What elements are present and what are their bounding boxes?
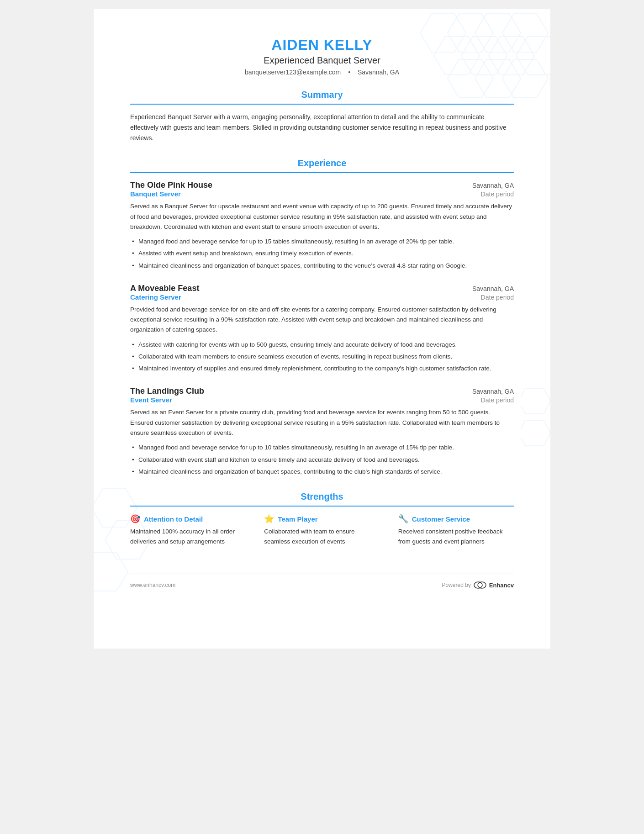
company-name-1: The Olde Pink House [130, 180, 212, 190]
svg-marker-15 [521, 420, 550, 446]
bullet-1-3: Maintained cleanliness and organization … [130, 261, 514, 271]
contact-separator: • [348, 69, 350, 76]
job-header-row-1: The Olde Pink House Savannah, GA [130, 180, 514, 190]
strengths-grid: 🎯 Attention to Detail Maintained 100% ac… [130, 514, 514, 546]
brand-name: Enhancv [489, 582, 514, 589]
strength-header-2: ⭐ Team Player [264, 514, 380, 524]
strength-desc-1: Maintained 100% accuracy in all order de… [130, 527, 246, 546]
summary-title: Summary [130, 90, 514, 100]
strengths-section: Strengths 🎯 Attention to Detail Maintain… [130, 491, 514, 546]
svg-point-17 [478, 582, 486, 588]
bullet-3-3: Maintained cleanliness and organization … [130, 467, 514, 477]
summary-divider [130, 104, 514, 105]
bullet-2-1: Assisted with catering for events with u… [130, 340, 514, 350]
attention-detail-icon: 🎯 [130, 514, 140, 524]
company-name-2: A Moveable Feast [130, 284, 199, 293]
job-bullets-3: Managed food and beverage service for up… [130, 443, 514, 477]
bullet-2-3: Maintained inventory of supplies and ens… [130, 364, 514, 374]
job-location-1: Savannah, GA [472, 182, 514, 189]
job-date-2: Date period [481, 294, 514, 301]
job-sub-row-1: Banquet Server Date period [130, 190, 514, 198]
candidate-name: AIDEN KELLY [130, 37, 514, 53]
summary-section: Summary Experienced Banquet Server with … [130, 90, 514, 143]
job-entry-3: The Landings Club Savannah, GA Event Ser… [130, 386, 514, 477]
resume-page: AIDEN KELLY Experienced Banquet Server b… [94, 9, 550, 649]
svg-marker-13 [94, 553, 128, 591]
candidate-title: Experienced Banquet Server [130, 55, 514, 66]
job-header-row-2: A Moveable Feast Savannah, GA [130, 284, 514, 293]
job-bullets-1: Managed food and beverage service for up… [130, 237, 514, 271]
job-desc-2: Provided food and beverage service for o… [130, 305, 514, 335]
job-desc-3: Served as an Event Server for a private … [130, 407, 514, 438]
job-role-3: Event Server [130, 396, 172, 404]
resume-footer: www.enhancv.com Powered by Enhancv [130, 574, 514, 589]
job-location-2: Savannah, GA [472, 285, 514, 292]
job-location-3: Savannah, GA [472, 388, 514, 395]
summary-text: Experienced Banquet Server with a warm, … [130, 112, 514, 143]
candidate-contact: banquetserver123@example.com • Savannah,… [130, 69, 514, 76]
resume-content: AIDEN KELLY Experienced Banquet Server b… [130, 37, 514, 589]
bullet-3-1: Managed food and beverage service for up… [130, 443, 514, 453]
company-name-3: The Landings Club [130, 386, 204, 396]
strengths-title: Strengths [130, 491, 514, 502]
strength-title-1: Attention to Detail [144, 515, 203, 523]
job-entry-1: The Olde Pink House Savannah, GA Banquet… [130, 180, 514, 271]
resume-header: AIDEN KELLY Experienced Banquet Server b… [130, 37, 514, 76]
strength-desc-3: Received consistent positive feedback fr… [398, 527, 514, 546]
strength-item-1: 🎯 Attention to Detail Maintained 100% ac… [130, 514, 246, 546]
bullet-2-2: Collaborated with team members to ensure… [130, 352, 514, 362]
job-date-3: Date period [481, 396, 514, 404]
experience-title: Experience [130, 158, 514, 169]
svg-marker-7 [516, 37, 550, 75]
job-desc-1: Served as a Banquet Server for upscale r… [130, 201, 514, 232]
experience-divider [130, 172, 514, 173]
job-role-2: Catering Server [130, 293, 181, 301]
team-player-icon: ⭐ [264, 514, 274, 524]
experience-section: Experience The Olde Pink House Savannah,… [130, 158, 514, 477]
job-sub-row-3: Event Server Date period [130, 396, 514, 404]
strength-item-3: 🔧 Customer Service Received consistent p… [398, 514, 514, 546]
strength-desc-2: Collaborated with team to ensure seamles… [264, 527, 380, 546]
job-bullets-2: Assisted with catering for events with u… [130, 340, 514, 374]
candidate-email: banquetserver123@example.com [245, 69, 341, 76]
svg-point-16 [474, 582, 482, 588]
job-date-1: Date period [481, 190, 514, 198]
job-header-row-3: The Landings Club Savannah, GA [130, 386, 514, 396]
footer-website: www.enhancv.com [130, 582, 175, 588]
customer-service-icon: 🔧 [398, 514, 408, 524]
strengths-divider [130, 506, 514, 507]
powered-by-label: Powered by [442, 582, 470, 588]
strength-title-3: Customer Service [412, 515, 470, 523]
strength-header-1: 🎯 Attention to Detail [130, 514, 246, 524]
strength-title-2: Team Player [278, 515, 317, 523]
job-sub-row-2: Catering Server Date period [130, 293, 514, 301]
footer-powered-by: Powered by Enhancv [442, 581, 514, 589]
candidate-location: Savannah, GA [358, 69, 399, 76]
bullet-3-2: Collaborated with event staff and kitche… [130, 455, 514, 465]
job-role-1: Banquet Server [130, 190, 181, 198]
bullet-1-1: Managed food and beverage service for up… [130, 237, 514, 247]
strength-header-3: 🔧 Customer Service [398, 514, 514, 524]
svg-marker-14 [521, 388, 550, 414]
job-entry-2: A Moveable Feast Savannah, GA Catering S… [130, 284, 514, 374]
strength-item-2: ⭐ Team Player Collaborated with team to … [264, 514, 380, 546]
bullet-1-2: Assisted with event setup and breakdown,… [130, 248, 514, 259]
enhancv-logo-icon [474, 581, 486, 589]
